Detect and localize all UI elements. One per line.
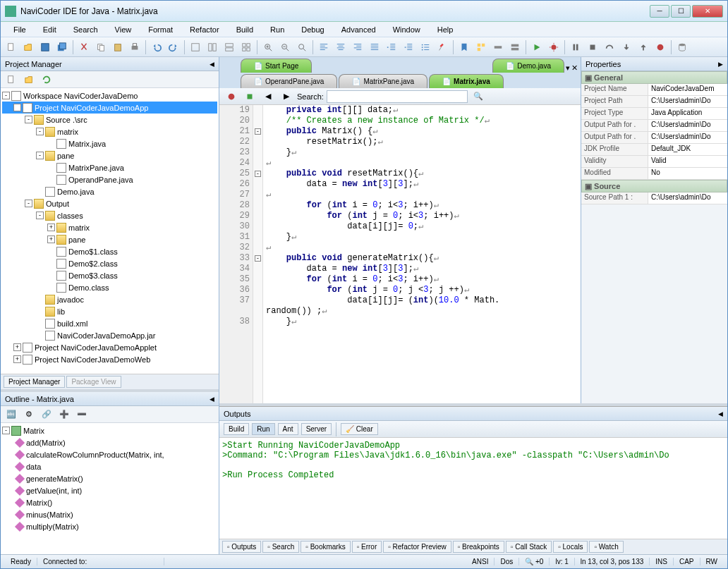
- menu-refactor[interactable]: Refactor: [183, 24, 226, 35]
- nav-back-icon[interactable]: ◀: [260, 89, 276, 104]
- collapse-arrow-icon[interactable]: ◀: [210, 396, 214, 403]
- align-center-icon[interactable]: [333, 39, 348, 55]
- menu-format[interactable]: Format: [141, 24, 180, 35]
- pm-new-icon[interactable]: [4, 72, 19, 87]
- tree-row[interactable]: -matrix: [2, 126, 217, 137]
- align-right-icon[interactable]: [350, 39, 365, 55]
- menu-file[interactable]: File: [6, 24, 33, 35]
- stop-rec-icon[interactable]: [242, 89, 257, 104]
- project-tree[interactable]: -Workspace NaviCoderJavaDemo-Project Nav…: [1, 88, 219, 374]
- bookmark-icon[interactable]: [456, 39, 472, 55]
- outline-item[interactable]: data: [2, 460, 217, 472]
- tab-start-page[interactable]: 📄 Start Page: [241, 59, 312, 73]
- menu-window[interactable]: Window: [386, 24, 427, 35]
- bottom-tab-call-stack[interactable]: ▫ Call Stack: [506, 541, 552, 553]
- outline-plus-icon[interactable]: ➕: [56, 407, 72, 422]
- outline-item[interactable]: Matrix(): [2, 496, 217, 508]
- outline-item[interactable]: getValue(int, int): [2, 484, 217, 496]
- tree-row[interactable]: javadoc: [2, 293, 217, 305]
- tree-row[interactable]: OperandPane.java: [2, 173, 217, 185]
- record-icon[interactable]: [224, 89, 239, 104]
- pm-folder-icon[interactable]: [21, 72, 37, 87]
- prop-section-general[interactable]: ▣ General: [581, 71, 727, 84]
- organize-icon[interactable]: [473, 39, 489, 55]
- menu-advanced[interactable]: Advanced: [334, 24, 383, 35]
- prop-row[interactable]: Project TypeJava Application: [581, 108, 727, 120]
- stop-icon[interactable]: [585, 39, 600, 55]
- bottom-tab-breakpoints[interactable]: ▫ Breakpoints: [453, 541, 504, 553]
- output-tab-server[interactable]: Server: [301, 423, 332, 435]
- prop-row[interactable]: Project PathC:\Users\admin\Do: [581, 96, 727, 108]
- menu-edit[interactable]: Edit: [36, 24, 63, 35]
- tree-row[interactable]: MatrixPane.java: [2, 161, 217, 173]
- bottom-tab-error[interactable]: ▫ Error: [352, 541, 382, 553]
- open-icon[interactable]: [20, 39, 36, 55]
- tab-operandpane[interactable]: 📄 OperandPane.java: [241, 74, 337, 88]
- prop-row[interactable]: ValidityValid: [581, 156, 727, 168]
- outline-struct-icon[interactable]: 🔗: [39, 407, 54, 422]
- tab-matrixpane[interactable]: 📄 MatrixPane.java: [339, 74, 427, 88]
- bottom-tab-locals[interactable]: ▫ Locals: [553, 541, 588, 553]
- tree-row[interactable]: -Output: [2, 197, 217, 209]
- minimize-button[interactable]: ─: [650, 5, 669, 18]
- tree-row[interactable]: Demo.java: [2, 185, 217, 197]
- align-icon[interactable]: [367, 39, 382, 55]
- outline-filter-icon[interactable]: ⚙: [21, 407, 37, 422]
- redo-icon[interactable]: [166, 39, 181, 55]
- prop-row[interactable]: Output Path for .C:\Users\admin\Do: [581, 132, 727, 144]
- tree-row[interactable]: Demo$1.class: [2, 245, 217, 257]
- indent-icon[interactable]: [384, 39, 399, 55]
- prop-row[interactable]: ModifiedNo: [581, 168, 727, 180]
- step-over-icon[interactable]: [602, 39, 617, 55]
- zoom-out-icon[interactable]: [277, 39, 293, 55]
- menu-run[interactable]: Run: [263, 24, 291, 35]
- tree-row[interactable]: -Source .\src: [2, 114, 217, 126]
- collapse-arrow-icon[interactable]: ▶: [718, 61, 723, 68]
- tree-row[interactable]: +pane: [2, 233, 217, 245]
- menu-help[interactable]: Help: [430, 24, 461, 35]
- menu-debug[interactable]: Debug: [294, 24, 331, 35]
- tree-row[interactable]: +matrix: [2, 221, 217, 233]
- tool-icon[interactable]: [490, 39, 506, 55]
- tree-row[interactable]: NaviCoderJavaDemoApp.jar: [2, 329, 217, 341]
- tool2-icon[interactable]: [507, 39, 523, 55]
- tab-demo-java[interactable]: 📄 Demo.java: [492, 59, 564, 73]
- tabs-dropdown-icon[interactable]: ▾: [566, 63, 570, 73]
- align-left-icon[interactable]: [316, 39, 332, 55]
- tree-row[interactable]: +Project NaviCoderJavaDemoApplet: [2, 341, 217, 353]
- clear-button[interactable]: 🧹 Clear: [341, 423, 378, 435]
- prop-row[interactable]: Source Path 1 :C:\Users\admin\Do: [581, 192, 727, 204]
- list-icon[interactable]: [418, 39, 433, 55]
- outline-root[interactable]: -Matrix: [2, 424, 217, 436]
- outline-item[interactable]: generateMatrix(): [2, 472, 217, 484]
- save-all-icon[interactable]: [54, 39, 70, 55]
- code-editor[interactable]: 1920212223242526272829303132333435363738…: [219, 105, 581, 403]
- new-file-icon[interactable]: [4, 39, 19, 55]
- search-input[interactable]: [327, 90, 468, 103]
- maximize-button[interactable]: ☐: [671, 5, 691, 18]
- cut-icon[interactable]: [76, 39, 92, 55]
- outline-sort-icon[interactable]: 🔤: [4, 407, 19, 422]
- tree-row[interactable]: Demo$2.class: [2, 257, 217, 269]
- outline-minus-icon[interactable]: ➖: [74, 407, 90, 422]
- tree-row[interactable]: Demo$3.class: [2, 269, 217, 281]
- step-into-icon[interactable]: [619, 39, 634, 55]
- tree-row[interactable]: +Project NaviCoderJavaDemoWeb: [2, 353, 217, 365]
- database-icon[interactable]: [674, 39, 690, 55]
- bottom-tab-search[interactable]: ▫ Search: [262, 541, 299, 553]
- menu-search[interactable]: Search: [66, 24, 105, 35]
- layout1-icon[interactable]: [188, 39, 203, 55]
- tree-row[interactable]: Demo.class: [2, 281, 217, 293]
- menu-view[interactable]: View: [108, 24, 139, 35]
- output-tab-run[interactable]: Run: [252, 423, 274, 435]
- close-button[interactable]: ✕: [692, 5, 723, 18]
- prop-section-source[interactable]: ▣ Source: [581, 180, 727, 192]
- tab-package-view[interactable]: Package View: [66, 376, 121, 388]
- outline-item[interactable]: multiply(Matrix): [2, 520, 217, 532]
- tree-row[interactable]: -pane: [2, 149, 217, 161]
- output-tab-build[interactable]: Build: [224, 423, 249, 435]
- layout3-icon[interactable]: [222, 39, 237, 55]
- prop-row[interactable]: Output Path for .C:\Users\admin\Do: [581, 120, 727, 132]
- bottom-tab-bookmarks[interactable]: ▫ Bookmarks: [301, 541, 350, 553]
- layout2-icon[interactable]: [205, 39, 220, 55]
